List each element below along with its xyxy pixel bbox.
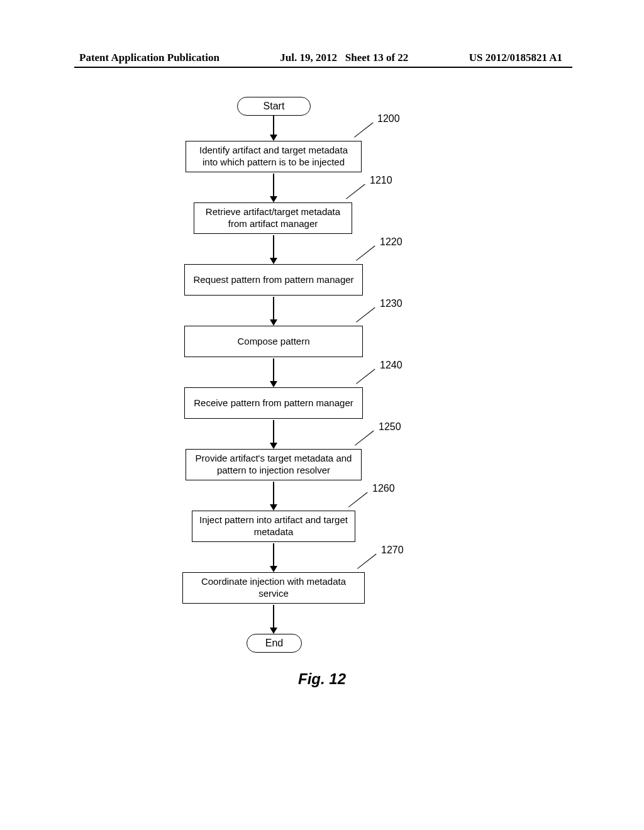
arrow: [273, 235, 274, 259]
ref-1230: 1230: [380, 298, 402, 309]
ref-leader: [356, 369, 375, 384]
header-date: Jul. 19, 2012: [280, 52, 337, 64]
arrow-head-icon: [270, 319, 277, 326]
arrow: [273, 358, 274, 382]
header-sheet: Sheet 13 of 22: [345, 52, 409, 64]
arrow-head-icon: [270, 258, 277, 264]
arrow: [273, 297, 274, 321]
figure-caption: Fig. 12: [0, 670, 644, 688]
step-1270: Coordinate injection with metadata servi…: [182, 572, 365, 604]
ref-leader: [354, 123, 374, 138]
ref-1210: 1210: [370, 175, 392, 186]
header-center: Jul. 19, 2012 Sheet 13 of 22: [280, 52, 408, 64]
ref-leader: [348, 492, 368, 507]
arrow-head-icon: [270, 381, 277, 387]
ref-1200: 1200: [377, 113, 400, 124]
ref-leader: [357, 554, 377, 569]
header-pubnum: US 2012/0185821 A1: [469, 52, 644, 64]
header-rule: [74, 67, 572, 68]
start-terminator: Start: [237, 97, 311, 116]
step-1240: Receive pattern from pattern manager: [184, 387, 363, 419]
arrow-head-icon: [270, 566, 277, 572]
step-1220: Request pattern from pattern manager: [184, 264, 363, 296]
step-1210: Retrieve artifact/target metadata from a…: [194, 202, 352, 234]
ref-1240: 1240: [380, 360, 402, 371]
page-header: Patent Application Publication Jul. 19, …: [0, 52, 644, 64]
arrow-head-icon: [270, 135, 277, 141]
ref-1270: 1270: [381, 545, 404, 556]
arrow-head-icon: [270, 443, 277, 449]
arrow: [273, 482, 274, 506]
end-terminator: End: [247, 634, 302, 653]
arrow: [273, 116, 274, 136]
arrow: [273, 543, 274, 567]
step-1230: Compose pattern: [184, 326, 363, 357]
arrow-head-icon: [270, 196, 277, 202]
ref-1250: 1250: [379, 421, 401, 433]
step-1200: Identify artifact and target metadata in…: [186, 141, 362, 172]
arrow: [273, 605, 274, 629]
ref-1260: 1260: [372, 483, 395, 494]
ref-leader: [356, 307, 375, 323]
header-publication: Patent Application Publication: [0, 52, 219, 64]
ref-leader: [346, 184, 365, 199]
ref-1220: 1220: [380, 236, 402, 248]
arrow-head-icon: [270, 628, 277, 634]
ref-leader: [356, 246, 375, 261]
ref-leader: [355, 431, 374, 446]
arrow-head-icon: [270, 504, 277, 511]
arrow: [273, 420, 274, 444]
step-1250: Provide artifact's target metadata and p…: [186, 449, 362, 480]
page: Patent Application Publication Jul. 19, …: [0, 0, 644, 830]
arrow: [273, 174, 274, 197]
step-1260: Inject pattern into artifact and target …: [192, 511, 355, 542]
